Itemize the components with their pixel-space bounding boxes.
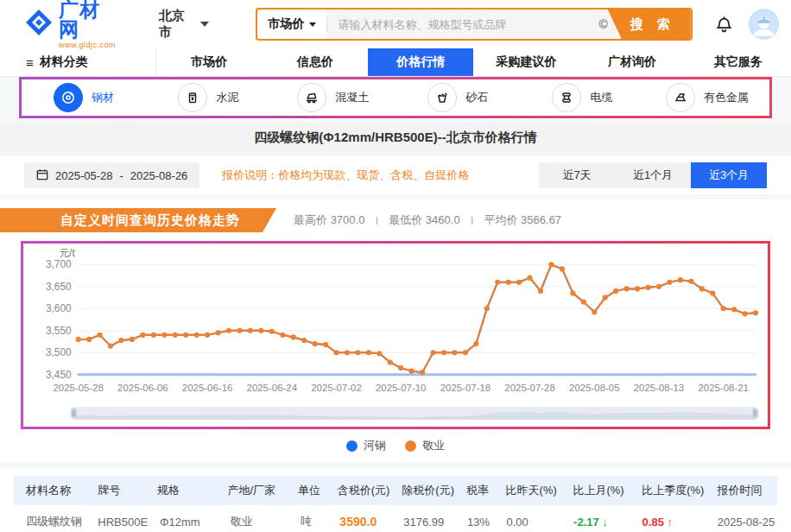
table-cell-maker: 敬业 <box>218 514 288 529</box>
svg-text:2025-08-05: 2025-08-05 <box>569 383 620 393</box>
svg-text:2025-08-21: 2025-08-21 <box>698 383 749 393</box>
nav-info-price[interactable]: 信息价 <box>263 48 369 76</box>
legend-dot <box>346 440 358 452</box>
svg-text:2025-07-02: 2025-07-02 <box>311 383 362 393</box>
table-cell-rate: 13% <box>455 516 494 529</box>
line-chart[interactable]: 元/t3,7003,6503,6003,5503,5003,4502025-05… <box>28 247 763 401</box>
table-header-cell: 比昨天(%) <box>494 483 561 498</box>
date-end: 2025-08-26 <box>130 169 188 182</box>
main-nav: ≡ 材料分类 市场价 信息价 价格行情 采购建议价 广材询价 其它服务 <box>0 48 791 77</box>
category-concrete[interactable]: 混凝土 <box>271 83 396 112</box>
user-avatar[interactable] <box>749 9 779 40</box>
legend-item-河钢[interactable]: 河钢 <box>346 438 386 453</box>
nav-purchase-suggest-price[interactable]: 采购建议价 <box>473 48 579 76</box>
cement-bag-icon <box>178 83 207 112</box>
category-sand[interactable]: 砂石 <box>396 83 520 112</box>
low-price: 3460.0 <box>426 213 460 226</box>
table-header-cell: 材料名称 <box>14 483 86 498</box>
chart-zoom-scrollbar[interactable] <box>70 407 759 420</box>
search-field: © <box>327 10 616 39</box>
table-header-cell: 牌号 <box>86 483 145 498</box>
chevron-down-icon <box>309 22 316 27</box>
custom-range-banner[interactable]: 自定义时间查询历史价格走势 <box>0 208 276 232</box>
range-1m-button[interactable]: 近1个月 <box>615 162 691 188</box>
category-steel[interactable]: 钢材 <box>22 83 146 112</box>
table-header-cell: 报价时间 <box>705 483 777 498</box>
category-cable[interactable]: 电缆 <box>520 83 644 112</box>
mixer-truck-icon <box>297 83 326 112</box>
category-label: 砂石 <box>465 90 488 105</box>
date-range-picker[interactable]: 2025-05-28 - 2025-08-26 <box>24 162 199 188</box>
legend-label: 敬业 <box>422 438 445 453</box>
price-table-card: 材料名称牌号规格产地/厂家单位含税价(元)除税价(元)税率比昨天(%)比上月(%… <box>0 467 791 532</box>
bell-icon[interactable] <box>715 16 733 34</box>
price-stats: 最高价 3700.0 Ⅰ 最低价 3460.0 Ⅰ 平均价 3566.67 <box>294 212 561 228</box>
avg-price: 3566.67 <box>521 213 561 226</box>
table-row[interactable]: 四级螺纹钢HRB500EΦ12mm敬业吨3590.03176.9913%0.00… <box>14 505 777 532</box>
high-price: 3700.0 <box>331 213 365 226</box>
svg-text:元/t: 元/t <box>59 247 75 259</box>
table-header-cell: 比上季度(%) <box>630 483 705 498</box>
svg-text:2025-06-24: 2025-06-24 <box>247 383 298 393</box>
category-label: 混凝土 <box>335 90 369 105</box>
svg-text:2025-05-28: 2025-05-28 <box>53 383 104 393</box>
table-cell-date: 2025-08-25 <box>706 516 777 529</box>
search-button[interactable]: 搜 索 <box>608 10 691 39</box>
metal-ingot-icon <box>666 83 695 112</box>
search-category-dropdown[interactable]: 市场价 <box>257 16 326 32</box>
price-trend-chart[interactable]: 元/t3,7003,6503,6003,5503,5003,4502025-05… <box>21 241 770 429</box>
nav-label: 信息价 <box>297 54 333 70</box>
nav-label: 材料分类 <box>40 54 88 70</box>
table-cell-tax_price: 3590.0 <box>327 515 391 529</box>
table-header-cell: 含税价(元) <box>326 483 390 498</box>
nav-other-services[interactable]: 其它服务 <box>685 48 791 76</box>
search-category-label: 市场价 <box>268 16 304 32</box>
svg-text:3,600: 3,600 <box>46 302 72 314</box>
svg-text:3,550: 3,550 <box>46 325 72 337</box>
svg-text:3,700: 3,700 <box>46 258 72 270</box>
calendar-icon <box>36 168 48 183</box>
legend-dot <box>405 440 416 452</box>
svg-text:2025-07-28: 2025-07-28 <box>504 383 555 393</box>
date-separator: - <box>120 169 123 182</box>
price-table: 材料名称牌号规格产地/厂家单位含税价(元)除税价(元)税率比昨天(%)比上月(%… <box>14 476 777 532</box>
svg-text:3,450: 3,450 <box>46 369 72 381</box>
nav-inquiry[interactable]: 广材询价 <box>579 48 686 76</box>
category-nonferrous[interactable]: 有色金属 <box>645 83 769 112</box>
cable-spool-icon <box>552 83 581 112</box>
legend-label: 河钢 <box>364 438 386 453</box>
scrollbar-right-handle[interactable] <box>752 408 758 419</box>
category-label: 水泥 <box>216 90 238 105</box>
copyright-icon[interactable]: © <box>598 17 607 31</box>
nav-material-category[interactable]: ≡ 材料分类 <box>0 48 156 76</box>
range-7d-button[interactable]: 近7天 <box>539 162 615 188</box>
table-cell-spec: Φ12mm <box>148 516 218 529</box>
category-cement[interactable]: 水泥 <box>146 83 270 112</box>
logo-diamond-icon <box>24 8 54 41</box>
table-header-cell: 比上月(%) <box>560 483 630 498</box>
table-cell-unit: 吨 <box>288 514 327 529</box>
chevron-down-icon <box>200 22 209 27</box>
scrollbar-left-handle[interactable] <box>71 408 77 419</box>
nav-market-price[interactable]: 市场价 <box>156 48 263 76</box>
top-header: 广材网 www.gldjc.com 北京市 市场价 © 搜 索 <box>0 0 791 48</box>
nav-label: 广材询价 <box>608 54 656 70</box>
city-selector[interactable]: 北京市 <box>159 8 210 41</box>
site-logo[interactable]: 广材网 www.gldjc.com <box>24 0 119 49</box>
table-cell-vs_quarter: 0.85 ↑ <box>630 516 706 529</box>
filter-row: 2025-05-28 - 2025-08-26 报价说明：价格均为现款、现货、含… <box>0 156 791 194</box>
nav-label: 价格行情 <box>396 54 445 70</box>
legend-item-敬业[interactable]: 敬业 <box>405 438 445 453</box>
table-cell-notax_price: 3176.99 <box>391 516 455 529</box>
range-3m-button[interactable]: 近3个月 <box>691 162 767 188</box>
logo-name: 广材网 <box>59 0 119 40</box>
search-input[interactable] <box>336 17 592 32</box>
chart-legend: 河钢敬业 <box>0 438 791 453</box>
date-start: 2025-05-28 <box>55 169 113 182</box>
svg-text:2025-07-10: 2025-07-10 <box>376 383 427 393</box>
table-header-cell: 单位 <box>286 483 326 498</box>
range-toggle-group: 近7天 近1个月 近3个月 <box>539 162 767 188</box>
nav-price-trend[interactable]: 价格行情 <box>368 48 473 76</box>
table-header-cell: 税率 <box>454 483 494 498</box>
nav-label: 其它服务 <box>714 54 763 70</box>
